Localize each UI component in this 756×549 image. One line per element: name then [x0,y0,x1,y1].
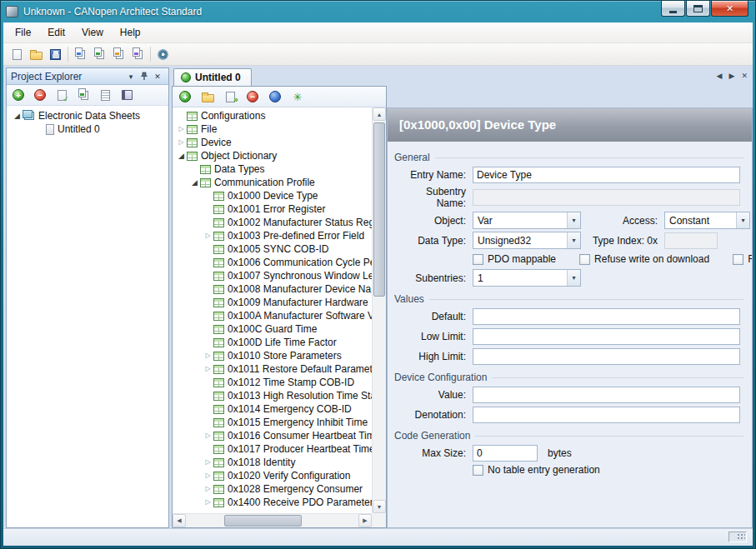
tree-item[interactable]: ▷ 0x1020 Verify Configuration [173,469,372,482]
tree-item[interactable]: 0x1014 Emergency COB-ID [173,402,372,416]
tree-item[interactable]: ▷ Device [173,136,372,149]
tree-item[interactable]: 0x100D Life Time Factor [173,336,372,349]
resize-grip[interactable] [728,532,747,542]
tree-item[interactable]: ▷ 0x1028 Emergency Consumer [173,482,372,496]
insert-subentry-button[interactable]: » [223,89,238,104]
tree-item[interactable]: Configurations [173,109,372,122]
horizontal-scrollbar[interactable]: ◀ ▶ [173,513,372,527]
tree-item[interactable]: ▷ 0x1400 Receive PDO Parameter [173,496,372,509]
vertical-scroll-thumb[interactable] [373,122,385,297]
check-eds-button[interactable]: ✓ [54,87,69,102]
add-entry-button[interactable]: + [178,89,193,104]
tree-item[interactable]: 0x1017 Producer Heartbeat Time [173,442,372,456]
scroll-up-button[interactable]: ▲ [373,107,386,121]
tree-item[interactable]: ▷ 0x1016 Consumer Heartbeat Tim [173,429,372,442]
tree-item[interactable]: 0x100C Guard Time [173,322,372,336]
expand-arrow[interactable]: ◢ [12,109,23,122]
expand-arrow[interactable]: ▷ [203,429,213,442]
expand-arrow[interactable]: ▷ [203,349,213,362]
tree-item-electronic-data-sheets[interactable]: ◢ Electronic Data Sheets [7,109,168,122]
subentries-select[interactable]: 1 ▾ [473,269,581,287]
tree-item[interactable]: 0x1001 Error Register [173,202,372,216]
vertical-scroll-track[interactable] [373,121,386,500]
copy-eds-button[interactable] [90,45,109,64]
scroll-left-button[interactable]: ◀ [173,514,186,527]
data-type-select[interactable]: Unsigned32 ▾ [473,232,581,249]
log-button[interactable] [119,87,134,102]
minimize-button[interactable] [661,1,685,17]
checkbox-icon[interactable] [473,465,483,476]
maximize-button[interactable] [686,1,710,17]
value-input[interactable] [473,387,740,403]
refuse-write-checkbox[interactable]: Refuse write on download [579,253,709,265]
menu-item-view[interactable]: View [73,23,112,42]
duplicate-eds-button[interactable] [128,45,148,64]
panel-close-button[interactable]: ✕ [151,70,164,82]
default-input[interactable] [473,308,740,325]
remove-entry-button[interactable]: − [245,89,260,104]
denotation-input[interactable] [473,407,740,423]
tree-item[interactable]: ▷ 0x1003 Pre-defined Error Field [173,229,372,242]
tree-item[interactable]: ▷ 0x1010 Store Parameters [173,349,372,362]
checkbox-icon[interactable] [473,254,483,265]
tree-item[interactable]: 0x1009 Manufacturer Hardware [173,296,372,309]
info-button[interactable] [268,89,283,104]
tab-scroll-left-button[interactable]: ◀ [717,72,723,80]
tree-item[interactable]: 0x1015 Emergency Inhibit Time [173,416,372,429]
tree-item[interactable]: 0x1007 Synchronous Window Le [173,269,372,282]
tab-scroll-right-button[interactable]: ▶ [729,72,735,80]
open-entry-button[interactable] [200,89,215,104]
expand-arrow[interactable]: ▷ [203,496,213,509]
max-size-input[interactable] [473,445,538,462]
menu-item-help[interactable]: Help [112,23,149,42]
checkbox-icon[interactable] [733,254,743,265]
pin-button[interactable] [138,70,151,82]
tree-item[interactable]: 0x100A Manufacturer Software V [173,309,372,322]
wizard-button[interactable]: ✳ [290,89,305,104]
add-eds-button[interactable]: + [11,87,26,102]
save-button[interactable] [46,45,65,64]
expand-arrow[interactable]: ◢ [189,176,200,189]
open-file-button[interactable] [27,45,46,64]
tree-item[interactable]: 0x1013 High Resolution Time Sta [173,389,372,402]
tab-untitled-0[interactable]: Untitled 0 [173,68,252,86]
low-limit-input[interactable] [473,328,740,345]
expand-arrow[interactable]: ▷ [203,482,213,496]
refuse-clipped-checkbox[interactable]: Re [733,253,752,265]
expand-arrow[interactable]: ▷ [176,136,187,149]
menu-item-edit[interactable]: Edit [39,23,73,42]
entry-name-input[interactable] [473,167,740,183]
tree-item[interactable]: Data Types [173,162,372,176]
menu-item-file[interactable]: File [7,23,39,42]
report-button[interactable] [98,87,113,102]
export-eds-button[interactable] [109,45,128,64]
scroll-right-button[interactable]: ▶ [358,514,372,527]
tree-item[interactable]: ◢ Communication Profile [173,176,372,189]
object-select[interactable]: Var ▾ [473,212,581,229]
checkbox-icon[interactable] [579,254,590,265]
tab-close-button[interactable]: ✕ [741,72,748,80]
tree-item[interactable]: 0x1006 Communication Cycle Pe [173,256,372,269]
remove-eds-button[interactable]: − [33,87,48,102]
tree-item[interactable]: ▷ File [173,122,372,136]
settings-button[interactable] [153,45,173,64]
expand-arrow[interactable]: ▷ [176,122,187,136]
high-limit-input[interactable] [473,348,740,365]
panel-menu-button[interactable]: ▾ [124,70,138,82]
tree-item[interactable]: 0x1000 Device Type [173,189,372,202]
import-eds-button[interactable] [71,45,90,64]
tree-item[interactable]: 0x1002 Manufacturer Status Reg [173,216,372,229]
horizontal-scroll-thumb[interactable] [224,515,302,527]
expand-arrow[interactable]: ◢ [176,149,187,162]
tree-item[interactable]: 0x1008 Manufacturer Device Na [173,282,372,296]
no-table-checkbox[interactable]: No table entry generation [473,464,600,476]
expand-arrow[interactable]: ▷ [203,456,213,469]
expand-arrow[interactable]: ▷ [203,469,213,482]
check-all-eds-button[interactable] [76,87,91,102]
expand-arrow[interactable]: ▷ [203,362,213,376]
tree-item[interactable]: ▷ 0x1018 Identity [173,456,372,469]
horizontal-scroll-track[interactable] [186,514,358,527]
scroll-down-button[interactable]: ▼ [373,500,386,513]
expand-arrow[interactable]: ▷ [203,229,213,242]
tree-item[interactable]: 0x1012 Time Stamp COB-ID [173,376,372,389]
